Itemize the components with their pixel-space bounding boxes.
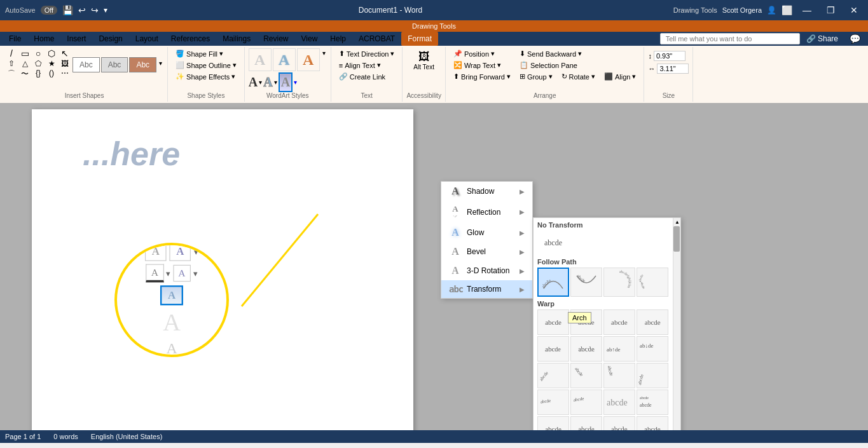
rotate-arrow[interactable]: ▾ (591, 72, 595, 81)
bracket-shape[interactable]: {} (32, 69, 45, 79)
image-shape[interactable]: 🖼 (59, 59, 71, 68)
freeform-shape[interactable]: 〜 (18, 69, 31, 79)
warp-item-20[interactable]: abcde (637, 416, 668, 430)
warp-item-18[interactable]: abcde (570, 416, 602, 430)
search-input[interactable] (660, 33, 800, 44)
shape-outline-btn[interactable]: ⬜ Shape Outline ▾ (172, 60, 240, 71)
shape-fill-btn[interactable]: 🪣 Shape Fill ▾ (172, 48, 240, 59)
position-btn[interactable]: 📌 Position ▾ (450, 48, 514, 59)
wordart-outline-a[interactable]: A (273, 48, 296, 71)
text-outline-A[interactable]: A (263, 75, 272, 90)
align-text-arrow[interactable]: ▾ (377, 61, 381, 69)
width-input[interactable] (657, 64, 689, 74)
no-transform-item[interactable]: abcde (537, 231, 569, 255)
create-link-btn[interactable]: 🔗 Create Link (335, 71, 399, 82)
undo-icon[interactable]: ↩ (78, 5, 86, 15)
position-arrow[interactable]: ▾ (491, 50, 495, 58)
menu-view[interactable]: View (295, 32, 324, 46)
menu-design[interactable]: Design (92, 32, 128, 46)
follow-path-arch-down[interactable]: abcde (570, 268, 602, 297)
wordart-more[interactable]: ▾ (321, 48, 327, 71)
menu-review[interactable]: Review (257, 32, 294, 46)
send-backward-arrow[interactable]: ▾ (578, 50, 582, 58)
autosave-toggle[interactable]: Off (41, 6, 57, 15)
menu-layout[interactable]: Layout (129, 32, 165, 46)
follow-path-circle[interactable]: abcdefghijklm (603, 268, 635, 297)
close-button[interactable]: ✕ (845, 3, 863, 18)
text-fill-A[interactable]: A (249, 75, 258, 90)
circle-shape[interactable]: ○ (32, 48, 45, 58)
shape-fill-arrow[interactable]: ▾ (219, 50, 223, 58)
warp-item-5[interactable]: abcde (537, 336, 569, 362)
wrap-text-arrow[interactable]: ▾ (497, 61, 501, 69)
warp-item-16[interactable]: abcde abcde (637, 390, 668, 415)
height-input[interactable] (654, 51, 685, 61)
warp-item-6[interactable]: abcde (570, 336, 602, 362)
menu-insert[interactable]: Insert (60, 32, 92, 46)
menu-item-bevel[interactable]: A Bevel ▶ (441, 242, 532, 261)
minimize-button[interactable]: — (797, 3, 816, 18)
menu-references[interactable]: References (165, 32, 216, 46)
align-btn[interactable]: ⬛ Align ▾ (600, 71, 640, 82)
menu-acrobat[interactable]: ACROBAT (352, 32, 401, 46)
align-arrow[interactable]: ▾ (632, 72, 636, 81)
text-effects-arrow[interactable]: ▾ (294, 79, 297, 86)
follow-path-arch-up[interactable]: abcde (537, 268, 569, 297)
warp-item-4[interactable]: abcde (637, 309, 668, 335)
warp-item-10[interactable]: abcde (570, 363, 602, 388)
scroll-up-btn[interactable]: ▲ (673, 218, 680, 226)
more-shapes[interactable]: ⬡ (45, 48, 58, 58)
alt-text-btn[interactable]: 🖼 Alt Text (410, 48, 438, 72)
shape-sample-3[interactable]: Abc (129, 57, 156, 72)
text-effects-A[interactable]: A (279, 72, 293, 92)
group-btn[interactable]: ⊞ Group ▾ (516, 71, 556, 82)
warp-item-8[interactable]: ab↓de (637, 336, 668, 362)
shape-effects-btn[interactable]: ✨ Shape Effects ▾ (172, 71, 240, 82)
text-direction-btn[interactable]: ⬆ Text Direction ▾ (335, 48, 399, 59)
warp-item-12[interactable]: abcde (637, 363, 668, 388)
shape-sample-2[interactable]: Abc (101, 57, 128, 72)
submenu-scrollbar[interactable]: ▲ ▼ (673, 218, 680, 430)
bring-forward-arrow[interactable]: ▾ (507, 72, 511, 81)
menu-mailings[interactable]: Mailings (216, 32, 257, 46)
warp-item-15[interactable]: abcde (603, 390, 635, 415)
menu-item-transform[interactable]: abc Transform ▶ (441, 280, 532, 298)
warp-item-11[interactable]: abcde (603, 363, 635, 388)
text-direction-arrow[interactable]: ▾ (390, 50, 394, 58)
rotate-btn[interactable]: ↻ Rotate ▾ (558, 71, 599, 82)
menu-file[interactable]: File (3, 32, 27, 46)
send-backward-btn[interactable]: ⬇ Send Backward ▾ (516, 48, 640, 59)
wordart-plain-a[interactable]: A (249, 48, 272, 71)
restore-button[interactable]: ❐ (822, 3, 840, 18)
scroll-thumb[interactable] (673, 226, 680, 252)
shape-outline-arrow[interactable]: ▾ (233, 61, 237, 69)
group-arrow[interactable]: ▾ (549, 72, 553, 81)
menu-home[interactable]: Home (27, 32, 60, 46)
wordart-gradient-a[interactable]: A (297, 48, 320, 71)
text-outline-arrow[interactable]: ▾ (274, 79, 277, 86)
warp-item-13[interactable]: abcde (537, 390, 569, 415)
warp-item-17[interactable]: abcde (537, 416, 569, 430)
warp-item-7[interactable]: ab↑de (603, 336, 635, 362)
curved-shape[interactable]: ⌒ (5, 69, 18, 79)
cursor-icon[interactable]: ↖ (59, 48, 71, 58)
warp-item-3[interactable]: abcde (603, 309, 635, 335)
line-shape[interactable]: / (5, 48, 18, 58)
follow-path-button[interactable]: abcde abcde (637, 268, 668, 297)
share-button[interactable]: 🔗 Share (800, 33, 844, 44)
warp-item-19[interactable]: abcde (603, 416, 635, 430)
menu-format[interactable]: Format (401, 32, 438, 46)
user-icon[interactable]: 👤 (767, 6, 776, 15)
ribbon-display-btn[interactable]: ⬜ (782, 5, 792, 15)
menu-item-glow[interactable]: A Glow ▶ (441, 223, 532, 242)
save-icon[interactable]: 💾 (62, 5, 73, 15)
redo-icon[interactable]: ↪ (91, 5, 99, 15)
shape-sample-1[interactable]: Abc (72, 57, 100, 72)
pentagon-shape[interactable]: ⬠ (32, 59, 45, 68)
warp-item-9[interactable]: abcde (537, 363, 569, 388)
menu-item-reflection[interactable]: A A Reflection ▶ (441, 201, 532, 223)
brace-shape[interactable]: () (45, 69, 58, 79)
bring-forward-btn[interactable]: ⬆ Bring Forward ▾ (450, 71, 514, 82)
arrow-shape[interactable]: ⇧ (5, 59, 18, 68)
align-text-btn[interactable]: ≡ Align Text ▾ (335, 60, 399, 71)
